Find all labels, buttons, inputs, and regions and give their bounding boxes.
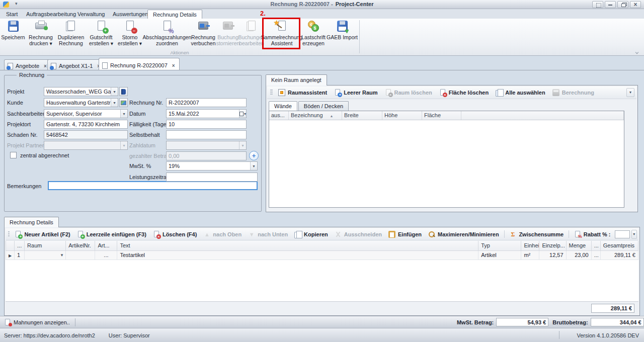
gaeb-import-button[interactable]: GAEB Import <box>327 20 357 51</box>
surface-subtabs: Wände Böden / Decken <box>269 101 350 111</box>
chevron-down-icon[interactable] <box>111 99 118 107</box>
loeschen-button[interactable]: Löschen (F4) <box>150 230 199 239</box>
cell-typ[interactable]: Artikel <box>478 250 521 260</box>
calendar-icon[interactable] <box>239 110 246 118</box>
selbstbehalt-field[interactable] <box>166 130 247 139</box>
title-bar: ▾ Rechnung R-20220007 -Project-Center <box>0 0 644 9</box>
cell-einheit[interactable]: m² <box>521 250 539 260</box>
kopieren-button[interactable]: Kopieren <box>292 230 331 239</box>
zwischensumme-button[interactable]: Zwischensumme <box>507 230 566 239</box>
doc-tab-rechnung[interactable]: Rechnung R-20220007 × <box>99 58 180 70</box>
fullscreen-button[interactable] <box>592 1 603 8</box>
column-header-aus[interactable]: aus... <box>269 111 289 120</box>
projekt-partner-combo <box>44 141 128 150</box>
projekt-open-button[interactable] <box>119 87 128 96</box>
datum-field[interactable]: 15.Mai.2022 <box>166 109 247 118</box>
cell-art-ellipsis-button[interactable]: ... <box>95 250 117 260</box>
room-tab[interactable]: Kein Raum angelegt <box>266 74 327 86</box>
sachbearbeiter-combo[interactable]: Supervisor, Supervisor <box>44 109 128 118</box>
rechnung-nr-field[interactable] <box>166 98 247 107</box>
column-header-art[interactable]: Art... <box>95 241 117 250</box>
cell-einzelpreis[interactable]: 12,57 <box>539 250 566 260</box>
storno-erstellen-button[interactable]: Stornoerstellen ▾ <box>117 20 143 51</box>
cell-raum-dropdown[interactable] <box>25 250 66 260</box>
leerzeile-einfuegen-button[interactable]: Leerzeile einfügen (F3) <box>74 230 149 239</box>
flaeche-loeschen-button[interactable]: Fläche löschen <box>437 88 491 97</box>
alle-auswaehlen-button[interactable]: Alle auswählen <box>493 88 547 97</box>
raumassistent-button[interactable]: Raumassistent <box>276 88 330 97</box>
column-header-einzelpreis[interactable]: Einzelp... <box>539 241 566 250</box>
rabatt-button[interactable]: Rabatt % : <box>572 230 613 239</box>
faelligkeit-field[interactable] <box>166 120 247 129</box>
calculation-icon <box>552 89 559 96</box>
mwst-combo[interactable]: 19% <box>166 161 258 170</box>
leerer-raum-button[interactable]: Leerer Raum <box>332 88 380 97</box>
ribbon-tab-rechnung-details[interactable]: Rechnung Details <box>147 10 202 19</box>
toolbar-grip[interactable] <box>270 90 273 96</box>
gutschrift-erstellen-button[interactable]: Gutschrifterstellen ▾ <box>87 20 116 51</box>
column-header-artikelnr[interactable]: ArtikelNr. <box>66 241 95 250</box>
chevron-down-icon[interactable] <box>120 110 127 118</box>
tab-close-icon[interactable]: × <box>172 63 175 68</box>
column-header-gesamtpreis[interactable]: Gesamtpreis <box>600 241 638 250</box>
zentral-abgerechnet-checkbox[interactable] <box>10 152 17 158</box>
cell-more-ellipsis-button[interactable]: ... <box>591 250 600 260</box>
column-header-hoehe[interactable]: Höhe <box>382 111 422 120</box>
column-header-dots2[interactable]: ... <box>591 241 600 250</box>
column-header-flaeche[interactable]: Fläche <box>422 111 461 120</box>
rechnung-details-tab[interactable]: Rechnung Details <box>4 217 59 227</box>
cell-text[interactable]: Testartikel <box>117 250 478 260</box>
kunde-combo[interactable]: Hausverwaltung Gartenstraße <box>44 98 118 107</box>
cell-menge[interactable]: 23,00 <box>566 250 591 260</box>
ribbon-tab-verwaltung[interactable]: Verwaltung <box>72 10 110 19</box>
close-button[interactable] <box>630 1 641 8</box>
doc-tab-angebot-x1-1[interactable]: Angebot X1-1 × <box>47 59 105 70</box>
toolbar-dropdown-icon[interactable] <box>631 230 637 239</box>
projekt-combo[interactable]: Wasserschaden_WEG Garte... <box>44 87 118 96</box>
table-row[interactable]: 1 ... Testartikel Artikel m² 12,57 23,00… <box>6 250 638 260</box>
tab-close-icon[interactable]: × <box>44 63 47 69</box>
ribbon-tab-start[interactable]: Start <box>1 10 23 19</box>
column-header-text[interactable]: Text <box>117 241 478 250</box>
chevron-down-icon[interactable] <box>250 162 257 170</box>
column-header-einheit[interactable]: Einheit <box>521 241 539 250</box>
cell-artikelnr[interactable] <box>66 250 95 260</box>
buchungen-bearbeiten-button: Buchungenbearbeiten <box>240 20 263 51</box>
mahnungen-anzeigen-button[interactable]: Mahnungen anzeigen.. <box>0 316 75 328</box>
column-header-breite[interactable]: Breite <box>342 111 382 120</box>
minimize-button[interactable] <box>605 1 616 8</box>
maximieren-minimieren-button[interactable]: Maximieren/Minimieren <box>426 230 502 239</box>
ribbon-tab-auswertungen[interactable]: Auswertungen <box>108 10 153 19</box>
column-header-raum[interactable]: Raum <box>25 241 66 250</box>
column-header-typ[interactable]: Typ <box>478 241 521 250</box>
column-header-menge[interactable]: Menge <box>566 241 591 250</box>
column-header-bezeichnung[interactable]: Bezeichnung <box>289 111 342 120</box>
add-payment-button[interactable] <box>249 151 259 160</box>
rabatt-input[interactable] <box>615 230 630 238</box>
bemerkungen-field[interactable] <box>48 181 258 190</box>
doc-tab-angebote[interactable]: Angebote × <box>4 59 51 70</box>
version-label: Version 4.1.0.20586 DEV <box>577 332 639 338</box>
magnifier-icon <box>428 231 435 238</box>
ribbon-collapse-icon[interactable] <box>635 51 639 54</box>
rechnung-drucken-button[interactable]: Rechnungdrucken ▾ <box>26 20 55 51</box>
rechnung-verbuchen-button[interactable]: Rechnungverbuchen <box>191 20 215 51</box>
einfuegen-button[interactable]: Einfügen <box>386 230 424 239</box>
abschlagszahlungen-zuordnen-button[interactable]: Abschlagszahlungenzuordnen <box>144 20 190 51</box>
lastschrift-erzeugen-button[interactable]: Lastschrifterzeugen <box>301 20 326 51</box>
toolbar-grip[interactable] <box>8 231 10 237</box>
duplizieren-rechnung-button[interactable]: DuplizierenRechnung <box>56 20 86 51</box>
subtab-boeden-decken[interactable]: Böden / Decken <box>298 101 349 111</box>
chevron-down-icon[interactable] <box>111 88 118 96</box>
schaden-nr-field[interactable] <box>44 130 128 139</box>
subtab-waende[interactable]: Wände <box>269 101 297 111</box>
neuer-artikel-button[interactable]: Neuer Artikel (F2) <box>12 230 72 239</box>
speichern-button[interactable]: Speichern <box>1 20 25 51</box>
projektort-field[interactable] <box>44 120 128 129</box>
buchung-stornieren-button: Buchungstornieren <box>216 20 239 51</box>
column-header-dots[interactable]: ... <box>15 241 25 250</box>
leistungszeitraum-field[interactable] <box>166 173 258 182</box>
toolbar-dropdown-icon[interactable] <box>626 88 634 97</box>
restore-button[interactable] <box>617 1 628 8</box>
kunde-open-button[interactable] <box>119 98 128 107</box>
